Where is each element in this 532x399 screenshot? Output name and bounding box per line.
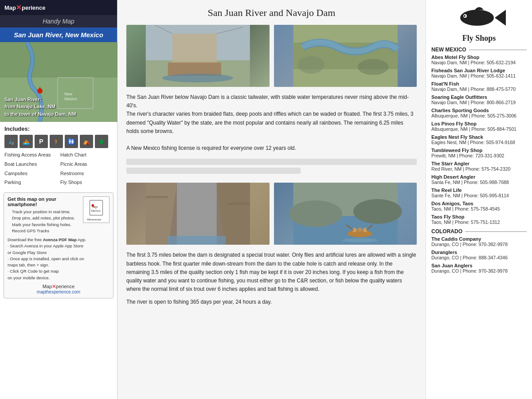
- includes-section: Includes: 🎣 🚣 P 🚶 🚻 ⛺ 🌲 Fishing Access A…: [0, 122, 117, 189]
- fishing-icon: 🎣: [4, 135, 18, 148]
- region-nm-header: NEW MEXICO: [431, 47, 527, 53]
- camp-icon: ⛺: [80, 135, 93, 148]
- region-nm-line: [469, 50, 527, 50]
- photo-dam-1: [126, 25, 270, 87]
- parking-icon: P: [35, 135, 48, 148]
- map-title: San Juan River, New Mexico: [0, 27, 117, 42]
- region-co-header: COLORADO: [431, 228, 527, 235]
- footer-url: mapthexperience.com: [8, 289, 110, 294]
- svg-point-21: [162, 74, 233, 82]
- list-item: Duranglers Durango, CO | Phone: 888-347-…: [431, 250, 527, 260]
- svg-point-49: [464, 15, 466, 17]
- photo-river-aerial: [274, 25, 417, 87]
- qr-map-thumb: New Mexico Albuquerque: [83, 196, 110, 223]
- rafting-svg: [274, 183, 417, 245]
- fly-shops-title: Fly Shops: [431, 34, 527, 43]
- photo-canyon: [126, 183, 270, 245]
- svg-point-45: [342, 238, 377, 243]
- fish-icon: [453, 4, 506, 31]
- picnic-icon: 🌲: [95, 135, 108, 148]
- footer-x-icon: ✕: [52, 284, 56, 289]
- footer-logo: Map✕perience: [8, 284, 110, 289]
- gray-bar-1: [126, 159, 417, 165]
- shops-co-list: The Caddis Company Durango, CO | Phone: …: [431, 236, 527, 274]
- list-item: Los Pinos Fly Shop Albuquerque, NM | Pho…: [431, 121, 527, 132]
- includes-label: Includes:: [4, 125, 113, 132]
- smartphone-section: New Mexico Albuquerque Get this map on y…: [4, 192, 113, 298]
- list-item: The Reel Life Sante Fe, NM | Phone: 505-…: [431, 188, 527, 198]
- list-item: Taos Fly Shop Taos, NM | Phone: 575-751-…: [431, 214, 527, 225]
- svg-point-37: [289, 200, 342, 227]
- list-item: The Starr Angler Red River, NM | Phone: …: [431, 161, 527, 172]
- svg-point-25: [297, 56, 324, 74]
- logo-x-icon: ✕: [16, 4, 22, 11]
- right-panel: Fly Shops NEW MEXICO Abes Motel Fly Shop…: [426, 0, 532, 399]
- svg-point-26: [357, 59, 388, 75]
- svg-rect-33: [228, 203, 250, 205]
- list-item: Tumbleweed Fly Shop Prewitt, NM | Phone:…: [431, 148, 527, 158]
- includes-grid: Fishing Access Areas Hatch Chart Boat La…: [4, 151, 113, 187]
- dam-photo-svg: [126, 25, 270, 87]
- list-item: Float'N Fish Navajo Dam, NM | Phone: 888…: [431, 81, 527, 92]
- svg-marker-47: [495, 10, 506, 26]
- list-item: Abes Motel Fly Shop Navajo Dam, NM | Pho…: [431, 55, 527, 65]
- svg-text:Albuquerque: Albuquerque: [87, 218, 102, 221]
- boat-icon: 🚣: [20, 135, 33, 148]
- svg-point-46: [460, 10, 494, 26]
- svg-point-38: [353, 199, 402, 224]
- list-item: Soaring Eagle Outfitters Navajo Dam, NM …: [431, 94, 527, 105]
- icon-row: 🎣 🚣 P 🚶 🚻 ⛺ 🌲: [4, 135, 113, 148]
- list-item: San Juan Anglers Durango, CO | Phone: 97…: [431, 263, 527, 274]
- svg-rect-30: [177, 183, 217, 245]
- map-overlay: San Juan River: from Navajo Lake, NM to …: [4, 96, 76, 118]
- map-image: New Mexico San Juan River: from Navajo L…: [0, 42, 117, 122]
- river-aerial-svg: [274, 25, 417, 87]
- photos-row-bottom: [126, 183, 417, 245]
- list-item: The Caddis Company Durango, CO | Phone: …: [431, 236, 527, 247]
- photo-rafting: [274, 183, 417, 245]
- list-item: Charlies Sporting Goods Albuquerque, NM …: [431, 108, 527, 118]
- main-content: San Juan River and Navajo Dam: [117, 0, 426, 399]
- restroom-icon: 🚻: [65, 135, 78, 148]
- svg-rect-32: [146, 196, 168, 198]
- main-title: San Juan River and Navajo Dam: [126, 7, 417, 19]
- list-item: Fisheads San Juan River Lodge Navajo Dam…: [431, 68, 527, 78]
- list-item: Dos Amigos, Taos Taos, NM | Phone: 575-7…: [431, 201, 527, 211]
- fly-shops-icon-area: [431, 4, 527, 32]
- hiker-icon: 🚶: [50, 135, 63, 148]
- list-item: High Desert Angler Santa Fe, NM | Phone:…: [431, 174, 527, 185]
- svg-rect-31: [168, 236, 226, 245]
- logo: Map✕perience: [4, 4, 45, 12]
- qr-download-text: Download the free Avenza PDF Map App. · …: [8, 237, 110, 281]
- svg-point-41: [357, 227, 362, 232]
- sidebar: Map✕perience Handy Map San Juan River, N…: [0, 0, 117, 399]
- list-item: Eagles Nest Fly Shack Eagles Nest, NM | …: [431, 134, 527, 145]
- canyon-svg: [126, 183, 270, 245]
- svg-text:Mexico: Mexico: [91, 209, 101, 212]
- qr-svg: New Mexico Albuquerque: [83, 197, 109, 223]
- gray-bars: [126, 159, 417, 176]
- photos-row-top: [126, 25, 417, 87]
- handy-map-label: Handy Map: [0, 15, 117, 27]
- svg-rect-17: [172, 34, 217, 65]
- region-co-line: [465, 231, 527, 232]
- shops-nm-list: Abes Motel Fly Shop Navajo Dam, NM | Pho…: [431, 55, 527, 225]
- main-hours: The river is open to fishing 365 days pe…: [126, 298, 417, 306]
- gray-bar-2: [126, 168, 301, 174]
- sidebar-header: Map✕perience: [0, 0, 117, 15]
- main-description: The San Juan River below Navajo Dam is a…: [126, 93, 417, 153]
- main-regulations: The first 3.75 miles below the dam is de…: [126, 251, 417, 293]
